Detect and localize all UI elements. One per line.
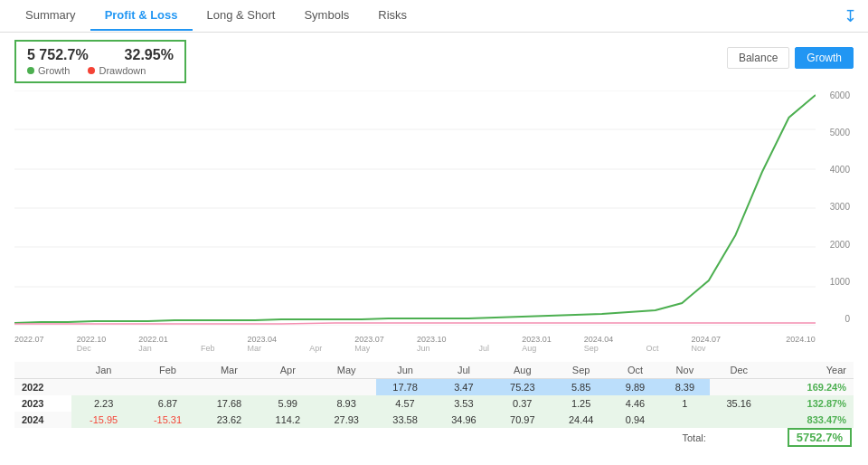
cell-2022-jul: 3.47 [434,379,493,396]
growth-legend: Growth [27,65,70,76]
table-row-total: Total: 5752.7% [14,428,854,447]
cell-2023-jul: 3.53 [434,395,493,412]
cell-2022-total: 169.24% [769,379,854,396]
cell-2022-apr [259,379,317,396]
x-label-2024-04: 2024.04Sep [584,335,614,353]
y-label-3000: 3000 [817,202,854,212]
total-value: 5752.7% [797,431,843,444]
nav-tabs: Summary Profit & Loss Long & Short Symbo… [11,1,421,31]
cell-2023-jun: 4.57 [376,395,435,412]
y-label-4000: 4000 [817,165,854,175]
table-header-row: Jan Feb Mar Apr May Jun Jul Aug Sep Oct … [14,362,854,379]
cell-2023-feb: 6.87 [136,395,200,412]
x-label-2022-01: 2022.01Jan [138,335,168,353]
col-header-jul: Jul [434,362,493,379]
cell-2022-sep: 5.85 [552,379,610,396]
tab-profit-loss[interactable]: Profit & Loss [90,1,193,31]
cell-2023-total: 132.87% [769,395,854,412]
y-label-1000: 1000 [817,277,854,287]
x-label-2022-07: 2022.07 [14,335,44,353]
col-header-apr: Apr [259,362,317,379]
tab-long-short[interactable]: Long & Short [193,1,290,31]
drawdown-dot [88,67,95,74]
nav-bar: Summary Profit & Loss Long & Short Symbo… [0,0,868,33]
drawdown-legend: Drawdown [88,65,146,76]
cell-2022-year: 2022 [14,379,71,396]
y-label-5000: 5000 [817,128,854,138]
cell-2024-jul: 34.96 [434,412,493,428]
drawdown-label: Drawdown [99,65,146,76]
growth-label: Growth [38,65,70,76]
table-row-2023: 2023 2.23 6.87 17.68 5.99 8.93 4.57 3.53… [14,395,854,412]
cell-2022-jun: 17.78 [376,379,435,396]
x-label-feb: Feb [201,335,215,353]
data-table-container: Jan Feb Mar Apr May Jun Jul Aug Sep Oct … [14,362,854,447]
x-label-jul: Jul [479,335,490,353]
col-header-jan: Jan [71,362,136,379]
balance-button[interactable]: Balance [727,47,789,69]
cell-2024-feb: -15.31 [136,412,200,428]
y-label-0: 0 [817,314,854,324]
col-header-year-total: Year [769,362,854,379]
growth-value: 5 752.7% [27,47,89,63]
cell-2024-dec [710,412,769,428]
total-value-cell: 5752.7% [710,428,854,447]
x-label-2023-04: 2023.04Mar [248,335,278,353]
cell-2023-aug: 0.37 [493,395,552,412]
cell-2023-nov: 1 [660,395,710,412]
cell-2023-sep: 1.25 [552,395,610,412]
cell-2022-oct: 9.89 [610,379,660,396]
chart-area: 6000 5000 4000 3000 2000 1000 0 2022.07 [14,90,854,326]
y-label-2000: 2000 [817,240,854,250]
col-header-nov: Nov [660,362,710,379]
col-header-may: May [317,362,376,379]
cell-2023-apr: 5.99 [259,395,317,412]
col-header-dec: Dec [710,362,769,379]
cell-2022-nov: 8.39 [660,379,710,396]
stats-box: 5 752.7% 32.95% Growth Drawdown [14,40,186,83]
download-icon[interactable]: ↧ [844,6,857,26]
tab-symbols[interactable]: Symbols [289,1,363,31]
cell-2023-dec: 35.16 [710,395,769,412]
drawdown-line [14,323,816,324]
tab-risks[interactable]: Risks [363,1,421,31]
total-label-cell: Total: [14,428,710,447]
table-row-2024: 2024 -15.95 -15.31 23.62 114.2 27.93 33.… [14,412,854,428]
profit-loss-table: Jan Feb Mar Apr May Jun Jul Aug Sep Oct … [14,362,854,447]
cell-2023-oct: 4.46 [610,395,660,412]
col-header-jun: Jun [376,362,435,379]
col-header-year [14,362,71,379]
cell-2024-jan: -15.95 [71,412,136,428]
y-label-6000: 6000 [817,90,854,100]
cell-2022-may [317,379,376,396]
drawdown-value: 32.95% [125,47,174,63]
cell-2022-mar [200,379,259,396]
cell-2024-oct: 0.94 [610,412,660,428]
x-label-2023-07: 2023.07May [354,335,384,353]
table-row-2022: 2022 17.78 3.47 75.23 5.85 9.89 8.39 169… [14,379,854,396]
cell-2023-year: 2023 [14,395,71,412]
tab-summary[interactable]: Summary [11,1,90,31]
col-header-mar: Mar [200,362,259,379]
cell-2023-mar: 17.68 [200,395,259,412]
col-header-aug: Aug [493,362,552,379]
x-label-2023-10: 2023.10Jun [417,335,447,353]
x-label-2024-10: 2024.10 [786,335,816,353]
cell-2022-dec [710,379,769,396]
x-label-apr: Apr [309,335,322,353]
cell-2024-mar: 23.62 [200,412,259,428]
cell-2022-feb [136,379,200,396]
cell-2024-nov [660,412,710,428]
cell-2024-apr: 114.2 [259,412,317,428]
cell-2024-aug: 70.97 [493,412,552,428]
growth-dot [27,67,34,74]
col-header-sep: Sep [552,362,610,379]
cell-2022-aug: 75.23 [493,379,552,396]
cell-2024-year: 2024 [14,412,71,428]
x-label-2022-10: 2022.10Dec [77,335,107,353]
cell-2024-sep: 24.44 [552,412,610,428]
chart-svg [14,90,816,326]
growth-button[interactable]: Growth [795,47,854,69]
cell-2023-may: 8.93 [317,395,376,412]
col-header-feb: Feb [136,362,200,379]
